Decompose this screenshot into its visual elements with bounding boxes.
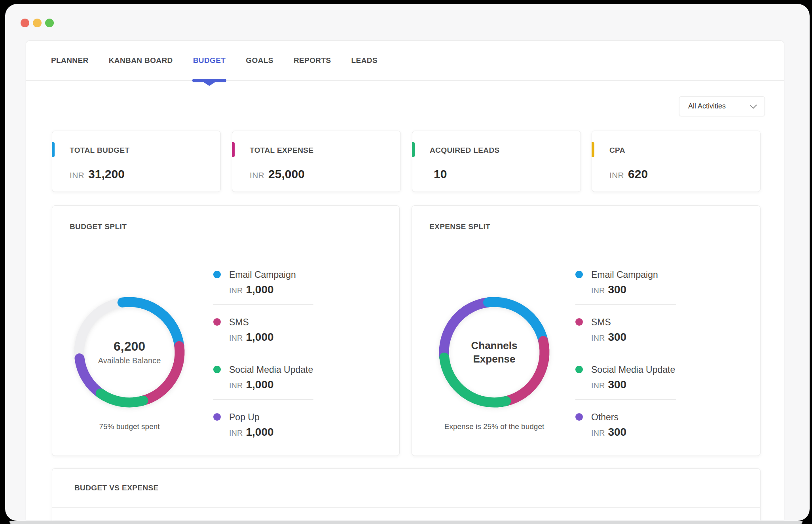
legend-label: SMS bbox=[591, 314, 676, 327]
stat-number: 620 bbox=[628, 167, 648, 181]
chevron-down-icon bbox=[749, 101, 757, 108]
legend-item: SMS INR 1,000 bbox=[213, 314, 313, 352]
legend-label: Pop Up bbox=[229, 409, 313, 422]
budget-spent-caption: 75% budget spent bbox=[70, 422, 189, 431]
tab-leads[interactable]: LEADS bbox=[351, 41, 378, 80]
legend-amount: 300 bbox=[608, 331, 626, 343]
legend-item: Social Media Update INR 1,000 bbox=[213, 362, 313, 400]
tab-reports[interactable]: REPORTS bbox=[294, 41, 331, 80]
legend-amount: 1,000 bbox=[246, 426, 273, 438]
legend-dot bbox=[213, 413, 221, 421]
legend-label: SMS bbox=[229, 314, 313, 327]
tab-budget[interactable]: BUDGET bbox=[193, 41, 226, 80]
currency-label: INR bbox=[70, 171, 84, 180]
legend-amount: 300 bbox=[608, 379, 626, 391]
main-panel: PLANNER KANBAN BOARD BUDGET GOALS REPORT… bbox=[26, 40, 784, 520]
currency-label: INR bbox=[229, 334, 243, 343]
budget-split-card: BUDGET SPLIT 6,200 Available Balance 75%… bbox=[52, 205, 400, 456]
card-title: EXPENSE SPLIT bbox=[429, 222, 490, 231]
legend-value: INR 1,000 bbox=[229, 284, 313, 296]
legend-value: INR 1,000 bbox=[229, 331, 313, 343]
stat-number: 31,200 bbox=[88, 167, 125, 181]
maximize-button[interactable] bbox=[45, 19, 54, 27]
legend-label: Email Campaign bbox=[229, 267, 313, 280]
legend-label: Social Media Update bbox=[591, 362, 676, 375]
stat-title: TOTAL EXPENSE bbox=[250, 146, 313, 155]
activities-filter-value: All Activities bbox=[688, 102, 726, 110]
tab-bar: PLANNER KANBAN BOARD BUDGET GOALS REPORT… bbox=[26, 41, 784, 81]
stat-value: INR 25,000 bbox=[250, 167, 305, 181]
legend-dot bbox=[213, 271, 221, 278]
legend-amount: 1,000 bbox=[246, 379, 273, 391]
legend-amount: 1,000 bbox=[246, 331, 273, 343]
close-button[interactable] bbox=[21, 19, 29, 27]
legend-dot bbox=[575, 318, 583, 326]
currency-label: INR bbox=[250, 171, 264, 180]
window-controls bbox=[21, 19, 54, 27]
legend-amount: 300 bbox=[608, 284, 626, 296]
stat-title: CPA bbox=[609, 146, 625, 155]
accent-bar bbox=[52, 142, 55, 157]
app-window: PLANNER KANBAN BOARD BUDGET GOALS REPORT… bbox=[5, 4, 810, 521]
legend-value: INR 300 bbox=[591, 379, 676, 391]
card-title: BUDGET SPLIT bbox=[70, 222, 127, 231]
legend-amount: 300 bbox=[608, 426, 626, 438]
currency-label: INR bbox=[229, 381, 243, 390]
legend-dot bbox=[575, 413, 583, 421]
window-bottom-shadow bbox=[9, 521, 803, 524]
stat-number: 25,000 bbox=[268, 167, 305, 181]
card-header: BUDGET VS EXPENSE bbox=[52, 469, 760, 508]
stat-number: 10 bbox=[434, 167, 447, 181]
legend-item: Email Campaign INR 1,000 bbox=[213, 267, 313, 305]
legend-dot bbox=[213, 318, 221, 326]
legend-item: SMS INR 300 bbox=[575, 314, 676, 352]
legend-value: INR 300 bbox=[591, 331, 676, 343]
tab-goals[interactable]: GOALS bbox=[246, 41, 273, 80]
donut-chart-svg bbox=[435, 293, 554, 412]
legend-value: INR 1,000 bbox=[229, 379, 313, 391]
card-header: EXPENSE SPLIT bbox=[412, 206, 760, 248]
accent-bar bbox=[592, 142, 594, 157]
legend-label: Email Campaign bbox=[591, 267, 676, 280]
activities-filter-dropdown[interactable]: All Activities bbox=[679, 96, 765, 116]
legend-item: Social Media Update INR 300 bbox=[575, 362, 676, 400]
card-header: BUDGET SPLIT bbox=[52, 206, 399, 248]
legend-label: Others bbox=[591, 409, 676, 422]
legend-amount: 1,000 bbox=[246, 284, 273, 296]
legend-label: Social Media Update bbox=[229, 362, 313, 375]
legend-item: Pop Up INR 1,000 bbox=[213, 409, 313, 447]
legend-value: INR 300 bbox=[591, 284, 676, 296]
currency-label: INR bbox=[591, 334, 605, 343]
stat-title: TOTAL BUDGET bbox=[70, 146, 130, 155]
card-title: BUDGET VS EXPENSE bbox=[74, 484, 159, 492]
currency-label: INR bbox=[609, 171, 624, 180]
stat-title: ACQUIRED LEADS bbox=[430, 146, 500, 155]
currency-label: INR bbox=[591, 286, 605, 295]
donut-chart-svg bbox=[70, 293, 189, 412]
expense-split-donut-chart: Channels Expense bbox=[435, 293, 554, 412]
tab-planner[interactable]: PLANNER bbox=[51, 41, 89, 80]
expense-percent-caption: Expense is 25% of the budget bbox=[435, 422, 554, 431]
acquired-leads-card: ACQUIRED LEADS 10 bbox=[412, 131, 581, 192]
budget-split-donut-chart: 6,200 Available Balance bbox=[70, 293, 189, 412]
stat-value: INR 31,200 bbox=[70, 167, 125, 181]
accent-bar bbox=[412, 142, 415, 157]
budget-vs-expense-card: BUDGET VS EXPENSE bbox=[52, 468, 761, 520]
legend-dot bbox=[575, 366, 583, 373]
cpa-card: CPA INR 620 bbox=[592, 131, 761, 192]
expense-split-card: EXPENSE SPLIT Channels Expense Expense i… bbox=[412, 205, 761, 456]
accent-bar bbox=[232, 142, 235, 157]
tab-kanban-board[interactable]: KANBAN BOARD bbox=[109, 41, 173, 80]
legend-value: INR 300 bbox=[591, 426, 676, 438]
legend-dot bbox=[575, 271, 583, 278]
budget-split-legend: Email Campaign INR 1,000 SMS INR 1,000 bbox=[213, 267, 313, 447]
minimize-button[interactable] bbox=[33, 19, 42, 27]
stat-value: INR 620 bbox=[609, 167, 648, 181]
expense-split-legend: Email Campaign INR 300 SMS INR 300 bbox=[575, 267, 676, 447]
currency-label: INR bbox=[591, 381, 605, 390]
total-expense-card: TOTAL EXPENSE INR 25,000 bbox=[232, 131, 401, 192]
legend-item: Others INR 300 bbox=[575, 409, 676, 447]
currency-label: INR bbox=[229, 429, 243, 438]
legend-dot bbox=[213, 366, 221, 373]
legend-value: INR 1,000 bbox=[229, 426, 313, 438]
